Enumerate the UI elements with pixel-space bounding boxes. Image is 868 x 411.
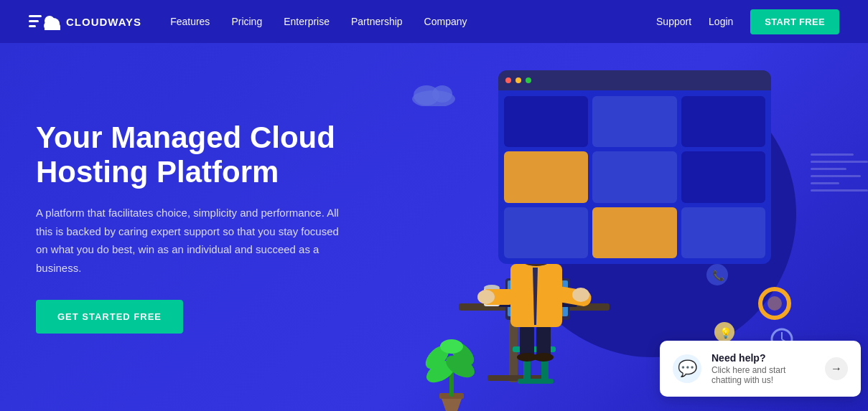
nav-item-pricing[interactable]: Pricing [231,16,262,27]
svg-point-10 [432,85,452,103]
help-widget-text: Need help? Click here and start chatting… [711,352,815,385]
start-free-button[interactable]: START FREE [750,9,839,34]
svg-rect-47 [518,379,554,384]
logo[interactable]: CLOUDWAYS [29,11,141,32]
nav-item-partnership[interactable]: Partnership [351,16,403,27]
svg-point-65 [477,290,495,304]
svg-rect-1 [29,20,39,22]
plant-decoration [416,303,487,411]
hero-title: Your Managed Cloud Hosting Platform [36,121,395,190]
help-widget[interactable]: 💬 Need help? Click here and start chatti… [660,341,861,397]
svg-rect-6 [45,26,60,30]
hero-section: Your Managed Cloud Hosting Platform A pl… [0,43,868,411]
help-arrow-button[interactable]: → [825,357,848,380]
hero-subtitle: A platform that facilitates choice, simp… [36,204,352,277]
nav-item-enterprise[interactable]: Enterprise [284,16,330,27]
chat-bubble-icon: 💬 [678,359,697,378]
svg-point-66 [572,288,589,302]
login-link[interactable]: Login [709,16,733,27]
support-link[interactable]: Support [656,16,691,27]
svg-rect-58 [536,325,551,357]
mockup-body [498,90,771,264]
hero-content: Your Managed Cloud Hosting Platform A pl… [36,121,395,334]
svg-point-7 [45,16,55,26]
arrow-right-icon: → [831,362,842,375]
dashboard-mockup [498,70,771,264]
help-subtitle: Click here and start chatting with us! [711,365,815,385]
nav-right: Support Login START FREE [656,9,839,34]
svg-point-60 [533,353,554,362]
svg-rect-0 [29,15,42,17]
svg-rect-57 [520,325,534,357]
svg-point-90 [440,339,463,354]
nav-item-company[interactable]: Company [424,16,467,27]
decorative-lines [811,153,868,197]
svg-point-35 [767,296,782,311]
floating-elements: 📞 💡 [703,260,796,354]
logo-text: CLOUDWAYS [66,16,141,28]
help-chat-icon: 💬 [673,354,701,383]
svg-rect-2 [29,25,36,27]
nav-item-features[interactable]: Features [170,16,210,27]
mockup-header [498,70,771,90]
svg-text:📞: 📞 [712,270,725,282]
nav-links: Features Pricing Enterprise Partnership … [170,16,656,27]
help-title: Need help? [711,352,815,364]
logo-icon [29,11,60,32]
get-started-button[interactable]: GET STARTED FREE [36,300,183,334]
navbar: CLOUDWAYS Features Pricing Enterprise Pa… [0,0,868,43]
svg-text:💡: 💡 [719,327,732,339]
